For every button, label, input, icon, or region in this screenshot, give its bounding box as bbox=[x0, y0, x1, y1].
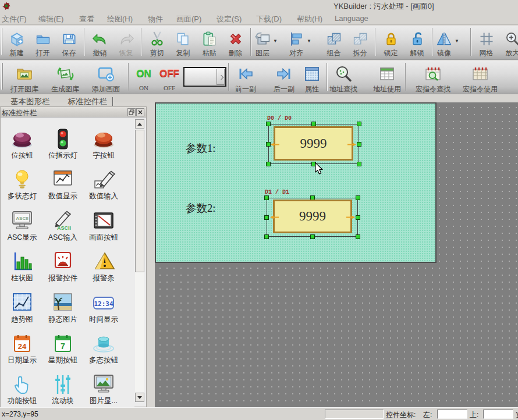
on-button[interactable]: ONON bbox=[131, 60, 157, 93]
selection-handle-tc[interactable] bbox=[311, 122, 316, 126]
toolbox-item[interactable]: 位指示灯 bbox=[42, 120, 83, 161]
align-dropdown-arrow[interactable]: ▼ bbox=[306, 26, 313, 44]
layers-dropdown-arrow[interactable]: ▼ bbox=[272, 26, 279, 44]
selection-handle-ml[interactable] bbox=[264, 215, 269, 220]
menu-item[interactable]: 帮助(H) bbox=[297, 14, 322, 24]
open-icon bbox=[34, 31, 52, 47]
toolbox-item[interactable]: 功能按钮 bbox=[2, 366, 42, 407]
toolbox-item[interactable]: 图片显... bbox=[83, 366, 124, 407]
toolbox-item[interactable]: 位按钮 bbox=[2, 120, 42, 161]
toolbox-item[interactable]: 多状态灯 bbox=[2, 161, 42, 202]
undo-button[interactable]: 撤销 bbox=[87, 26, 113, 58]
scroll-up-button[interactable] bbox=[135, 119, 144, 129]
selection-handle-bl[interactable] bbox=[266, 162, 271, 166]
selection-handle-tl[interactable] bbox=[266, 122, 271, 126]
toolbox-item[interactable]: 多态按钮 bbox=[83, 325, 124, 366]
panel-scrollbar[interactable] bbox=[135, 119, 144, 402]
layers-button[interactable]: 图层▼ bbox=[253, 26, 287, 58]
paste-button[interactable]: 粘贴 bbox=[196, 26, 222, 58]
align-button[interactable]: 对齐▼ bbox=[287, 26, 321, 58]
toolbox-item[interactable]: 数值输入 bbox=[83, 161, 124, 202]
toolbox-item[interactable]: ASC输入 bbox=[42, 202, 83, 243]
toolbox-item[interactable]: 静态图片 bbox=[42, 284, 83, 325]
macro-find-button[interactable]: 宏指令查找 bbox=[410, 60, 456, 93]
mirror-button[interactable]: 镜像▼ bbox=[435, 26, 469, 58]
toolbox-item[interactable]: ASC显示 bbox=[2, 202, 42, 243]
cut-button[interactable]: 剪切 bbox=[144, 26, 170, 58]
scroll-down-button[interactable] bbox=[135, 393, 144, 402]
ungroup-button[interactable]: 拆分 bbox=[347, 26, 373, 58]
selection-handle-bl[interactable] bbox=[264, 234, 269, 239]
numeric-input-widget-2[interactable]: 9999 bbox=[273, 200, 352, 233]
address-usage-button[interactable]: 地址使用 bbox=[372, 60, 402, 93]
coord-left-input[interactable] bbox=[437, 410, 467, 419]
add-screen-button[interactable]: 添加画面 bbox=[86, 60, 126, 93]
canvas-text-param2[interactable]: 参数2: bbox=[186, 201, 215, 215]
tab-standard-controls[interactable]: 标准控件栏 bbox=[68, 97, 108, 107]
macro-usage-button[interactable]: 宏指令使用 bbox=[457, 60, 503, 93]
copy-button[interactable]: 复制 bbox=[170, 26, 196, 58]
selection-handle-br[interactable] bbox=[357, 162, 361, 166]
toolbox-item[interactable]: 星期按钮 bbox=[42, 325, 83, 366]
toolbar-separator bbox=[250, 28, 251, 56]
toolbox-item[interactable]: 柱状图 bbox=[2, 243, 42, 284]
properties-button[interactable]: 属性 bbox=[299, 60, 325, 93]
selection-handle-mr[interactable] bbox=[357, 142, 361, 147]
menu-item[interactable]: 编辑(E) bbox=[38, 14, 63, 24]
toolbox-item[interactable]: 字按钮 bbox=[83, 120, 124, 161]
mirror-dropdown-arrow[interactable]: ▼ bbox=[453, 26, 460, 44]
save-button[interactable]: 保存 bbox=[56, 26, 82, 58]
prev-screen-button[interactable]: 前一副 bbox=[231, 60, 260, 93]
menu-item[interactable]: 查看 bbox=[79, 14, 94, 24]
toolbox-item[interactable]: 数值显示 bbox=[42, 161, 83, 202]
selection-handle-ml[interactable] bbox=[266, 142, 271, 147]
open-gallery-button[interactable]: 打开图库 bbox=[4, 60, 45, 93]
panel-float-button[interactable] bbox=[127, 108, 136, 116]
tab-basic-shapes[interactable]: 基本图形栏 bbox=[10, 97, 50, 107]
selection-handle-tr[interactable] bbox=[357, 122, 361, 126]
group-button[interactable]: 组合 bbox=[321, 26, 347, 58]
lock-button[interactable]: 锁定 bbox=[378, 26, 404, 58]
toolbox-tab-band: 基本图形栏 标准控件栏 bbox=[0, 94, 518, 102]
address-find-button[interactable]: 地址查找 bbox=[328, 60, 359, 93]
menu-item[interactable]: 下载(D) bbox=[256, 14, 282, 24]
panel-close-button[interactable] bbox=[136, 108, 144, 116]
redo-button[interactable]: 恢复 bbox=[113, 26, 139, 58]
selection-handle-br[interactable] bbox=[356, 234, 360, 239]
menu-item[interactable]: 文件(F) bbox=[2, 14, 27, 24]
delete-button[interactable]: 删除 bbox=[222, 26, 249, 58]
toolbox-item[interactable]: 流动块 bbox=[42, 366, 83, 407]
canvas-text-param1[interactable]: 参数1: bbox=[186, 141, 215, 155]
toolbar-slider-widget[interactable] bbox=[183, 67, 226, 87]
toolbox-item[interactable]: 时间显示 bbox=[83, 284, 124, 325]
numeric-input-widget-1[interactable]: 9999 bbox=[274, 126, 353, 161]
selection-handle-tr[interactable] bbox=[356, 195, 360, 200]
scrollbar-thumb[interactable] bbox=[135, 130, 144, 272]
coord-top-input[interactable] bbox=[483, 410, 513, 419]
toolbox-item[interactable]: 画面按钮 bbox=[83, 202, 124, 243]
grid-button[interactable]: 网格 bbox=[473, 26, 499, 58]
generate-gallery-button[interactable]: 生成图库 bbox=[45, 60, 86, 93]
menu-item[interactable]: Language bbox=[335, 14, 368, 23]
selection-handle-tl[interactable] bbox=[264, 195, 269, 200]
menu-item[interactable]: 设定(S) bbox=[217, 14, 242, 24]
next-screen-button[interactable]: 后一副 bbox=[269, 60, 299, 93]
toolbox-item[interactable]: 趋势图 bbox=[2, 284, 42, 325]
bitlamp-icon bbox=[50, 129, 76, 149]
selection-handle-mr[interactable] bbox=[356, 215, 360, 220]
toolbox-item[interactable]: 报警条 bbox=[83, 243, 124, 284]
slider-thumb[interactable] bbox=[217, 69, 225, 85]
menu-item[interactable]: 画面(P) bbox=[176, 14, 201, 24]
screen-canvas[interactable]: 参数1: 参数2: D0 / D0 9999 D1 / D1 9999 bbox=[155, 102, 437, 263]
selection-handle-bc[interactable] bbox=[310, 234, 315, 239]
toolbox-item[interactable]: 日期显示 bbox=[2, 325, 42, 366]
unlock-button[interactable]: 解锁 bbox=[404, 26, 430, 58]
zoom-in-button[interactable]: 放大 bbox=[499, 26, 518, 58]
menu-item[interactable]: 物件 bbox=[148, 14, 163, 24]
off-button[interactable]: OFFOFF bbox=[157, 60, 182, 93]
toolbox-item-label: 画面按钮 bbox=[89, 233, 118, 243]
open-button[interactable]: 打开 bbox=[30, 26, 56, 58]
menu-item[interactable]: 绘图(H) bbox=[107, 14, 133, 24]
new-button[interactable]: 新建 bbox=[3, 26, 30, 58]
toolbox-item[interactable]: 报警控件 bbox=[42, 243, 83, 284]
